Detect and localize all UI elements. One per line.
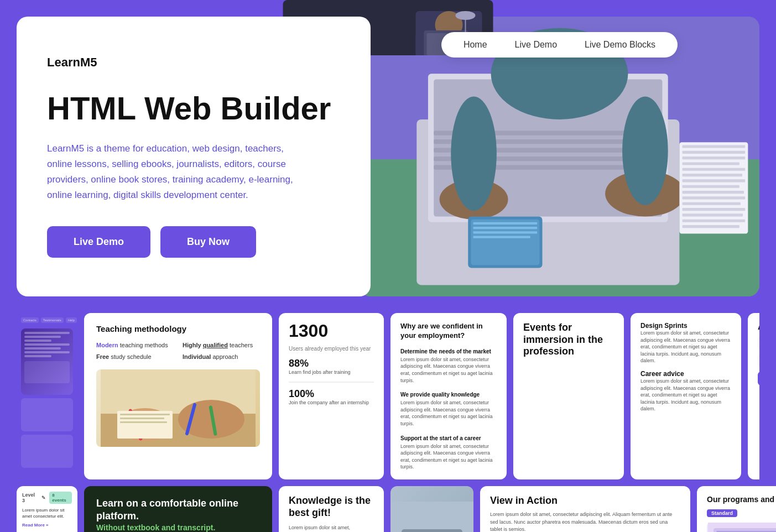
view-text: Lorem ipsum dolor sit amet, consectetur … bbox=[490, 511, 680, 532]
stats-number: 1300 bbox=[289, 322, 374, 340]
teaching-methodology-card: Teaching methodology Modern teaching met… bbox=[84, 313, 272, 479]
sprints-card: Design Sprints Lorem ipsum dolor sit ame… bbox=[631, 313, 741, 479]
knowledge-card: Knowledge is the best gift! Lorem ipsum … bbox=[279, 486, 384, 532]
standard-badge: Standard bbox=[707, 509, 737, 517]
apply-submit-button[interactable]: Send an application bbox=[758, 372, 759, 385]
level-text: Lorem ipsum dolor sit amet consectetur e… bbox=[22, 507, 72, 519]
nav-live-demo[interactable]: Live Demo bbox=[515, 40, 557, 50]
laptop-photo-image bbox=[390, 486, 473, 532]
svg-rect-27 bbox=[683, 225, 739, 228]
employment-section-3: Support at the start of a career Lorem i… bbox=[400, 435, 497, 471]
svg-rect-45 bbox=[120, 414, 170, 415]
apply-title: Apply for study bbox=[758, 322, 759, 332]
hero-title: HTML Web Builder bbox=[47, 92, 340, 126]
stats-card: 1300 Users already employed this year 88… bbox=[279, 313, 384, 479]
stat-percent-2: 100% Join the company after an internshi… bbox=[289, 388, 369, 406]
svg-rect-20 bbox=[683, 185, 739, 188]
preview-section: Contacts Testimonials Help bbox=[0, 313, 776, 532]
svg-rect-13 bbox=[683, 145, 746, 148]
svg-point-29 bbox=[451, 97, 497, 211]
hero-background-image bbox=[360, 17, 759, 296]
help-tab[interactable]: Help bbox=[66, 317, 77, 323]
program-preview-image bbox=[707, 523, 776, 532]
svg-rect-36 bbox=[473, 236, 530, 238]
live-demo-button[interactable]: Live Demo bbox=[47, 226, 150, 258]
buy-now-button[interactable]: Buy Now bbox=[160, 226, 256, 258]
logo: LearnM5 bbox=[47, 55, 340, 70]
svg-rect-17 bbox=[683, 168, 746, 171]
view-in-action-card: View in Action Lorem ipsum dolor sit ame… bbox=[480, 486, 690, 532]
svg-rect-26 bbox=[683, 220, 746, 222]
svg-rect-25 bbox=[683, 213, 743, 216]
employment-section-title-2: We provide quality knowledge bbox=[400, 392, 497, 398]
stat-row-1: 88% Learn find jobs after training bbox=[289, 358, 374, 376]
hero-image-panel: Home Live Demo Live Demo Blocks bbox=[360, 17, 759, 296]
sprints-text-2: Lorem ipsum dolor sit amet, consectetur … bbox=[640, 378, 731, 413]
testimonials-tab[interactable]: Testimonials bbox=[41, 317, 64, 323]
svg-rect-19 bbox=[683, 179, 746, 182]
hero-left-panel: LearnM5 HTML Web Builder LearnM5 is a th… bbox=[17, 17, 371, 296]
svg-rect-18 bbox=[683, 174, 742, 176]
nav-home[interactable]: Home bbox=[463, 40, 487, 50]
sprints-title-2: Career advice bbox=[640, 370, 731, 378]
read-more-link[interactable]: Read More » bbox=[22, 523, 72, 528]
svg-rect-35 bbox=[473, 231, 538, 233]
svg-rect-34 bbox=[473, 227, 538, 229]
learn-sub-text: Without textbook and transcript. bbox=[96, 523, 260, 532]
teaching-image bbox=[96, 369, 260, 447]
employment-card: Why are we confident in your employment?… bbox=[390, 313, 507, 479]
svg-rect-21 bbox=[683, 191, 744, 194]
events-badge: 8 events bbox=[49, 492, 72, 504]
svg-rect-33 bbox=[473, 222, 538, 225]
sprints-section-1: Design Sprints Lorem ipsum dolor sit ame… bbox=[640, 322, 731, 364]
hero-nav: Home Live Demo Live Demo Blocks bbox=[360, 32, 759, 58]
svg-rect-24 bbox=[683, 208, 746, 211]
svg-rect-16 bbox=[683, 162, 739, 165]
employment-text-1: Lorem ipsum dolor sit amet, consectetur … bbox=[400, 356, 497, 384]
svg-rect-47 bbox=[120, 421, 167, 423]
svg-rect-51 bbox=[402, 529, 462, 532]
svg-rect-46 bbox=[120, 418, 164, 419]
teaching-feature-4: Individual approach bbox=[183, 353, 260, 361]
teaching-feature-1: Modern teaching methods bbox=[96, 341, 174, 350]
svg-rect-32 bbox=[471, 220, 539, 265]
events-title: Events for immersion in the profession bbox=[523, 322, 614, 358]
knowledge-title: Knowledge is the best gift! bbox=[289, 495, 374, 519]
employment-section-title-1: Determine the needs of the market bbox=[400, 348, 497, 354]
nav-live-demo-blocks[interactable]: Live Demo Blocks bbox=[585, 40, 655, 50]
apply-phone-field[interactable] bbox=[758, 354, 759, 367]
teaching-title: Teaching methodology bbox=[96, 324, 260, 333]
teaching-feature-2: Highly qualified teachers bbox=[183, 341, 260, 350]
svg-point-30 bbox=[622, 97, 668, 205]
employment-text-3: Lorem ipsum dolor sit amet, consectetur … bbox=[400, 443, 497, 471]
svg-rect-15 bbox=[683, 157, 746, 159]
employment-section-2: We provide quality knowledge Lorem ipsum… bbox=[400, 392, 497, 427]
employment-title: Why are we confident in your employment? bbox=[400, 322, 497, 341]
phone-screen bbox=[21, 328, 73, 395]
hero-buttons: Live Demo Buy Now bbox=[47, 226, 340, 258]
laptop-photo-card bbox=[390, 486, 473, 532]
level-badge: Level 3 bbox=[22, 492, 38, 503]
sprints-text-1: Lorem ipsum dolor sit amet, consectetur … bbox=[640, 330, 731, 364]
svg-rect-14 bbox=[683, 151, 746, 154]
level-card: Level 3 ✎ 8 events Lorem ipsum dolor sit… bbox=[17, 486, 77, 532]
hero-description: LearnM5 is a theme for education, web de… bbox=[47, 141, 307, 203]
svg-rect-50 bbox=[390, 502, 473, 532]
learn-main-text: Learn on a comfortable online platform. bbox=[96, 497, 260, 523]
apply-name-field[interactable] bbox=[758, 336, 759, 350]
programs-title: Our programs and bbox=[707, 495, 776, 504]
nav-pill: Home Live Demo Live Demo Blocks bbox=[441, 32, 678, 58]
svg-rect-22 bbox=[683, 196, 746, 199]
view-title: View in Action bbox=[490, 495, 680, 507]
sprints-section-2: Career advice Lorem ipsum dolor sit amet… bbox=[640, 370, 731, 413]
stat-percent-1: 88% Learn find jobs after training bbox=[289, 358, 351, 376]
contacts-tab[interactable]: Contacts bbox=[21, 317, 39, 323]
apply-card: Apply for study Send an application bbox=[748, 313, 759, 479]
svg-rect-23 bbox=[683, 202, 741, 205]
employment-section-1: Determine the needs of the market Lorem … bbox=[400, 348, 497, 384]
preview-strip-1: Contacts Testimonials Help bbox=[17, 313, 759, 479]
teaching-features: Modern teaching methods Highly qualified… bbox=[96, 341, 260, 362]
circle-edit-icon: ✎ bbox=[41, 495, 46, 500]
knowledge-text: Lorem ipsum dolor sit amet, consectetur … bbox=[289, 524, 374, 532]
sprints-title-1: Design Sprints bbox=[640, 322, 731, 330]
